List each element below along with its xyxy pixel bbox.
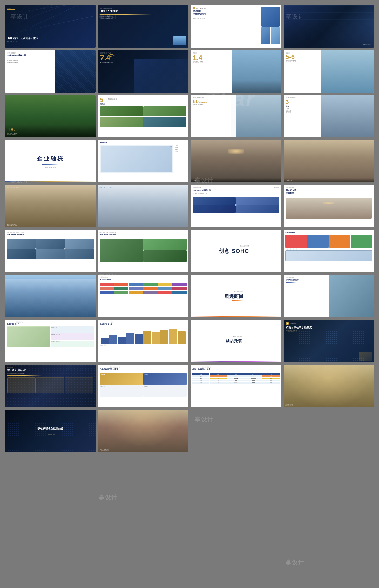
slide-15: 大堂实景 bbox=[191, 140, 281, 182]
slide28-brand: DEEP BLUE TIME bbox=[286, 277, 327, 278]
slide32-title: 济南首家桔子水晶酒店 bbox=[286, 326, 372, 329]
slide31-title: 酒店托管 bbox=[226, 338, 242, 344]
slide7-number: 1.4 bbox=[193, 54, 229, 61]
slide-34: DEEP BLUE TIME · 四星的特质 五星的享受 四星的特质 五星的享受… bbox=[98, 365, 188, 407]
slide-18: DEEP BLUE TIME bbox=[98, 185, 188, 227]
slide-13: 企业独栋 DEEP BLUE TIME bbox=[5, 140, 96, 182]
slide12-sub: SOHO智能办公临街商业 bbox=[286, 108, 318, 113]
slide18-brand: DEEP BLUE TIME bbox=[100, 187, 187, 188]
slide13-title: 企业独栋 bbox=[37, 155, 64, 163]
slide10-unit: 大园所 bbox=[100, 103, 105, 105]
slide33-sub: 不一样的桔给你不一样的价值 bbox=[7, 373, 93, 374]
slide9-unit: ㎡ bbox=[13, 130, 16, 132]
slide8-sub: 多元商业 智慧产品 bbox=[286, 60, 318, 62]
slide1-title: 地铁旁的「元会商务」壁区 bbox=[7, 37, 93, 40]
slide17-brand: DEEP BLUE TIME bbox=[7, 187, 94, 188]
watermark-11: 享设计 bbox=[286, 559, 304, 566]
slide11-number: 60㎡超低层数 bbox=[193, 99, 234, 104]
slide-32: 桔子水晶酒店 济南首家桔子水晶酒店 简约连锁旅居新对先 bbox=[284, 320, 374, 362]
slide-29: DEEP BLUE TIME · 交通/路网/分析 多维交通分析入口 核定规划入… bbox=[5, 320, 96, 362]
slide19-title: 2000-4000㎡整层空间 bbox=[193, 189, 279, 192]
slide30-title: 商业业态 发展大局 bbox=[100, 323, 187, 326]
slide-28: DEEP BLUE TIME 独栋商业 商业闹市 bbox=[284, 275, 374, 317]
slide30-brand: DEEP BLUE TIME · YOY数据 bbox=[100, 321, 187, 323]
slide20-title: 尊入户大堂专属礼遇 bbox=[286, 189, 372, 195]
slide-11: DEEP BLUE TIME 60㎡超低层数 精装办公 舒享办公 bbox=[191, 95, 281, 137]
slide20-brand: DEEP BLUE TIME bbox=[286, 187, 372, 188]
slide21-brand: DEEP BLUE TIME · 全天/商务/生活/服务 bbox=[7, 232, 94, 233]
slide23-label: 创意办公新形态 bbox=[219, 245, 249, 247]
slide10-sub: 外企公园自然天地 bbox=[106, 98, 119, 100]
slide27-label: 商业配套新亮点 bbox=[225, 290, 243, 292]
slide-16: 会议室实景 bbox=[284, 140, 374, 182]
slide2-desc: 现代城市商务新格局代表城市商务新标杆 bbox=[100, 16, 186, 19]
slide-5: 按钮分析50分钟 50分钟快速通商全城 位置优越 交通便捷快速连接城市核心 bbox=[5, 50, 96, 93]
slide15-caption: 大堂实景 bbox=[192, 179, 280, 181]
slide8-number: 5-6 bbox=[286, 54, 318, 60]
slide-37: 恭迎泉城名企莅临品鉴 DEEP BLUE TIME bbox=[5, 410, 96, 452]
slide19-sub: 尊入户大堂 bbox=[274, 187, 279, 188]
slide10-number: 5 bbox=[100, 97, 105, 103]
slide-33: 桔子酒店品牌 桔子酒店顶级品牌 不一样的桔给你不一样的价值 bbox=[5, 365, 96, 407]
slide32-brand: 桔子水晶酒店 bbox=[290, 323, 296, 324]
slide24-title: 多数空间布局 bbox=[285, 232, 373, 234]
slide-25 bbox=[5, 275, 96, 317]
slide-30: DEEP BLUE TIME · YOY数据 商业业态 发展大局 ■ 历史 ■ … bbox=[98, 320, 188, 362]
slide28-title: 独栋商业 商业闹市 bbox=[286, 279, 327, 281]
slide-14: 建筑平面图 平面 ■ 办公区 ■ 公共区 ■ 电梯厅 ■ 卫生间 bbox=[98, 140, 188, 182]
slide32-sub: 简约连锁旅居新对先 bbox=[286, 330, 372, 332]
slide17-sub: 全天系服务 活跃办公 bbox=[7, 224, 19, 226]
slide-27: 商业配套新亮点 潮趣商街 bbox=[191, 275, 281, 317]
slide-22: DEEP BLUE TIME · 生态/花园/环境 创建花园式办公环境 bbox=[98, 230, 188, 272]
slide14-title: 建筑平面图 bbox=[100, 142, 187, 144]
slide-38: 恭迎品鉴会议室 bbox=[98, 410, 188, 452]
slide33-brand: 桔子酒店品牌 bbox=[7, 367, 93, 368]
slide2-title: 顶部企业新策略 bbox=[100, 9, 186, 13]
slide7-sub: 整体开发 分期交付 bbox=[193, 61, 229, 63]
slide2-supertitle: DIGITAL BLUE TIME bbox=[100, 7, 186, 9]
slide1-sub: DEEP BLUE TIME bbox=[7, 41, 93, 42]
slide5-desc: 位置优越 交通便捷快速连接城市核心 bbox=[7, 60, 53, 63]
slide11-sub: 精装办公 舒享办公 bbox=[193, 104, 234, 105]
slide-3: 城投置业云数管理 打造项目座城商务新标杆 DIGITAL BLUE TIME bbox=[191, 5, 281, 48]
slide3-brand: 城投置业云数管理 bbox=[196, 8, 206, 9]
slide-8: 层建筑 5-6 多元商业 智慧产品 bbox=[284, 50, 374, 93]
slide22-title: 创建花园式办公环境 bbox=[100, 233, 187, 236]
slide1-brand: 享设计 bbox=[7, 7, 93, 9]
slide-4: 城市商务新中心 bbox=[284, 5, 374, 48]
slide27-title: 潮趣商街 bbox=[225, 293, 243, 299]
slide29-brand: DEEP BLUE TIME · 交通/路网/分析 bbox=[7, 321, 94, 323]
slide37-sub: DEEP BLUE TIME bbox=[37, 434, 63, 435]
slide-40 bbox=[284, 410, 374, 452]
slide38-caption: 恭迎品鉴会议室 bbox=[100, 449, 109, 451]
slide33-title: 桔子酒店顶级品牌 bbox=[7, 369, 93, 372]
slide-35: DEEP BLUE TIME · 品牌十年 尊享忠7统筹 品牌十年 尊享忠7统筹… bbox=[191, 365, 281, 407]
slide16-caption: 会议室实景 bbox=[285, 179, 373, 181]
slide12-unit: 产品 bbox=[286, 105, 318, 108]
slide-39 bbox=[191, 410, 281, 452]
slide35-brand: DEEP BLUE TIME · 品牌十年 尊享忠7统筹 bbox=[192, 366, 280, 368]
slide-7: 容积率 1.4 整体开发 分期交付 bbox=[191, 50, 281, 93]
slide9-number: 18㎡ bbox=[7, 127, 93, 133]
slide29-title: 多维交通分析入口 bbox=[7, 323, 94, 326]
watermark-10: 享设计 bbox=[99, 494, 117, 501]
slide-24: 多数空间布局 ■ A区 ■ B区 ■ C区 ■ D区 bbox=[284, 230, 374, 272]
slide26-title: 叠层空间布局 bbox=[100, 278, 187, 281]
slide4-label: 城市商务新中心 bbox=[363, 44, 372, 45]
slide21-title: 全天系服务 活跃办公 bbox=[7, 233, 94, 236]
slide11-unit: ㎡超低层数 bbox=[199, 102, 208, 103]
slide5-title: 50分钟快速通商全城 bbox=[7, 54, 53, 57]
slide-12: DEEP BLUE TIME 3 产品 SOHO智能办公临街商业 bbox=[284, 95, 374, 137]
slide34-title: 四星的特质 五星的享受 bbox=[100, 368, 187, 371]
slide37-title: 恭迎泉城名企莅临品鉴 bbox=[37, 426, 63, 430]
slide-17: DEEP BLUE TIME 全天系服务 活跃办公 bbox=[5, 185, 96, 227]
slide-23: 创意办公新形态 创意 SOHO bbox=[191, 230, 281, 272]
slide5-sub: 按钮分析50分钟 bbox=[7, 52, 53, 54]
slide-19: DEEP BLUE TIME 尊入户大堂 2000-4000㎡整层空间 企业总部… bbox=[191, 185, 281, 227]
slide22-brand: DEEP BLUE TIME · 生态/花园/环境 bbox=[100, 232, 187, 233]
slide-31: 专业运营 品牌托管 酒店托管 bbox=[191, 320, 281, 362]
slide26-sub: 叠层/空间/布局/LOFT bbox=[100, 276, 187, 278]
slides-grid: 享设计 地铁旁的「元会商务」壁区 DEEP BLUE TIME DIGITAL … bbox=[0, 0, 379, 457]
slide-2: DIGITAL BLUE TIME 顶部企业新策略 现代城市商务新格局代表城市商… bbox=[98, 5, 188, 48]
slide19-brand: DEEP BLUE TIME bbox=[193, 187, 201, 188]
